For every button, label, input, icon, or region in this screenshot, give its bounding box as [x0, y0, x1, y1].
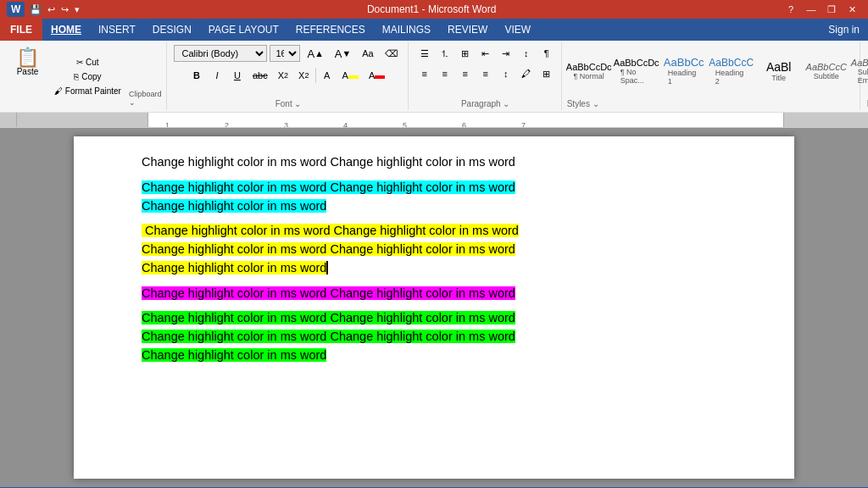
word-icon: W: [7, 2, 25, 17]
style-h1-preview: AaBbCc: [664, 56, 704, 69]
paste-label: Paste: [17, 67, 39, 76]
home-tab[interactable]: HOME: [42, 19, 90, 41]
justify-btn[interactable]: ≡: [476, 64, 495, 83]
font-size-select[interactable]: 16: [270, 45, 300, 62]
font-group: Calibri (Body) 16 A▲ A▼ Aa ⌫ B I U abc X…: [169, 42, 408, 110]
paragraph-group-label: Paragraph ⌄: [461, 99, 509, 108]
ruler-content: 1 2 3 4 5 6 7: [148, 113, 783, 127]
align-right-btn[interactable]: ≡: [456, 64, 475, 83]
clear-format-btn[interactable]: ⌫: [381, 44, 403, 63]
para-1-text: Change highlight color in ms word Change…: [142, 155, 515, 169]
para-2-text: Change highlight color in ms word Change…: [142, 180, 515, 213]
style-normal[interactable]: AaBbCcDc ¶ Normal: [567, 51, 611, 92]
style-title[interactable]: AaBl Title: [757, 51, 801, 92]
ruler-mark-2: 2: [225, 121, 229, 128]
multilevel-btn[interactable]: ⊞: [456, 44, 475, 63]
ruler-mark-4: 4: [343, 121, 348, 128]
ruler-left-margin: [17, 113, 148, 127]
customize-quick-btn[interactable]: ▾: [73, 3, 81, 17]
font-name-select[interactable]: Calibri (Body): [174, 45, 267, 62]
cut-button[interactable]: ✂ Cut: [50, 56, 125, 69]
close-btn[interactable]: ✕: [843, 2, 861, 17]
numbering-btn[interactable]: ⒈: [436, 44, 454, 63]
style-heading1[interactable]: AaBbCc Heading 1: [662, 51, 706, 92]
view-tab[interactable]: VIEW: [496, 19, 539, 41]
file-tab[interactable]: FILE: [0, 19, 42, 41]
align-left-btn[interactable]: ≡: [415, 64, 434, 83]
dedent-btn[interactable]: ⇤: [476, 44, 495, 63]
design-tab[interactable]: DESIGN: [144, 19, 200, 41]
save-quick-btn[interactable]: 💾: [28, 3, 43, 17]
text-effects-btn[interactable]: A: [318, 66, 337, 85]
page-layout-tab[interactable]: PAGE LAYOUT: [200, 19, 287, 41]
font-shrink-btn[interactable]: A▼: [331, 44, 355, 63]
window-controls: ? — ❐ ✕: [782, 2, 861, 17]
para-row-1: ☰ ⒈ ⊞ ⇤ ⇥ ↕ ¶: [415, 44, 556, 63]
ruler-corner: [0, 113, 17, 127]
restore-btn[interactable]: ❐: [822, 2, 841, 17]
editing-group: 🔍 Find ▾ 🔄 Replace ↖ Select ▾ Editing: [862, 42, 868, 110]
paragraph-2[interactable]: Change highlight color in ms word Change…: [142, 179, 726, 216]
review-tab[interactable]: REVIEW: [439, 19, 496, 41]
underline-btn[interactable]: U: [228, 66, 247, 85]
quick-access-toolbar: 💾 ↩ ↪ ▾: [28, 3, 81, 17]
toolbar: 📋 Paste ✂ Cut ⎘ Copy 🖌 Format Painter Cl…: [0, 41, 868, 113]
styles-group: AaBbCcDc ¶ Normal AaBbCcDc ¶ No Spac... …: [564, 42, 860, 110]
paragraph-5[interactable]: Change highlight color in ms word Change…: [142, 309, 726, 364]
bold-btn[interactable]: B: [187, 66, 206, 85]
redo-quick-btn[interactable]: ↪: [59, 3, 70, 17]
style-subtitle[interactable]: AaBbCcC Subtitle: [804, 51, 849, 92]
highlight-color-btn[interactable]: A: [338, 66, 363, 85]
style-title-label: Title: [771, 74, 786, 82]
align-center-btn[interactable]: ≡: [436, 64, 454, 83]
references-tab[interactable]: REFERENCES: [287, 19, 374, 41]
document-area[interactable]: Change highlight color in ms word Change…: [0, 128, 868, 487]
superscript-btn[interactable]: X2: [294, 66, 313, 85]
sort-btn[interactable]: ↕: [517, 44, 536, 63]
subscript-btn[interactable]: X2: [274, 66, 292, 85]
ruler-mark-6: 6: [462, 121, 466, 128]
strikethrough-btn[interactable]: abc: [248, 66, 272, 85]
paragraph-3[interactable]: Change highlight color in ms word Change…: [142, 222, 726, 277]
help-btn[interactable]: ?: [782, 2, 800, 17]
document-page[interactable]: Change highlight color in ms word Change…: [74, 136, 794, 479]
paragraph-1[interactable]: Change highlight color in ms word Change…: [142, 153, 726, 172]
paragraph-controls: ☰ ⒈ ⊞ ⇤ ⇥ ↕ ¶ ≡ ≡ ≡ ≡ ↕ 🖍 ⊞: [415, 44, 556, 97]
title-bar-left: W 💾 ↩ ↪ ▾: [7, 2, 81, 17]
change-case-btn[interactable]: Aa: [358, 44, 377, 63]
para-3-text: Change highlight color in ms word Change…: [142, 224, 519, 274]
separator: [315, 68, 316, 83]
indent-btn[interactable]: ⇥: [497, 44, 515, 63]
ruler-mark-7: 7: [521, 121, 526, 128]
ruler: 1 2 3 4 5 6 7: [0, 113, 868, 128]
style-heading2[interactable]: AaBbCcC Heading 2: [709, 51, 754, 92]
sign-in-link[interactable]: Sign in: [820, 20, 868, 39]
paragraph-4[interactable]: Change highlight color in ms word Change…: [142, 285, 726, 303]
paste-button[interactable]: 📋 Paste: [8, 44, 47, 108]
format-painter-button[interactable]: 🖌 Format Painter: [50, 85, 125, 97]
font-grow-btn[interactable]: A▲: [303, 44, 327, 63]
style-h2-label: Heading 2: [715, 69, 748, 86]
minimize-btn[interactable]: —: [802, 2, 821, 17]
font-row-2: B I U abc X2 X2 A A A: [187, 66, 389, 85]
clipboard-group: 📋 Paste ✂ Cut ⎘ Copy 🖌 Format Painter Cl…: [3, 42, 167, 110]
style-nospace[interactable]: AaBbCcDc ¶ No Spac...: [615, 51, 659, 92]
ruler-mark-1: 1: [165, 121, 170, 128]
style-nospace-preview: AaBbCcDc: [614, 58, 659, 68]
shading-btn[interactable]: 🖍: [517, 64, 536, 83]
clipboard-commands: ✂ Cut ⎘ Copy 🖌 Format Painter: [50, 44, 125, 108]
title-bar: W 💾 ↩ ↪ ▾ Document1 - Microsoft Word ? —…: [0, 0, 868, 19]
undo-quick-btn[interactable]: ↩: [46, 3, 57, 17]
line-spacing-btn[interactable]: ↕: [497, 64, 515, 83]
show-marks-btn[interactable]: ¶: [537, 44, 556, 63]
borders-btn[interactable]: ⊞: [537, 64, 556, 83]
mailings-tab[interactable]: MAILINGS: [374, 19, 439, 41]
italic-btn[interactable]: I: [208, 66, 226, 85]
bullets-btn[interactable]: ☰: [415, 44, 434, 63]
font-color-btn[interactable]: A: [364, 66, 389, 85]
insert-tab[interactable]: INSERT: [90, 19, 144, 41]
copy-button[interactable]: ⎘ Copy: [50, 70, 125, 83]
style-subtitle-preview: AaBbCcC: [806, 62, 847, 72]
style-subtitle-label: Subtitle: [814, 72, 839, 80]
style-normal-preview: AaBbCcDc: [566, 62, 612, 72]
